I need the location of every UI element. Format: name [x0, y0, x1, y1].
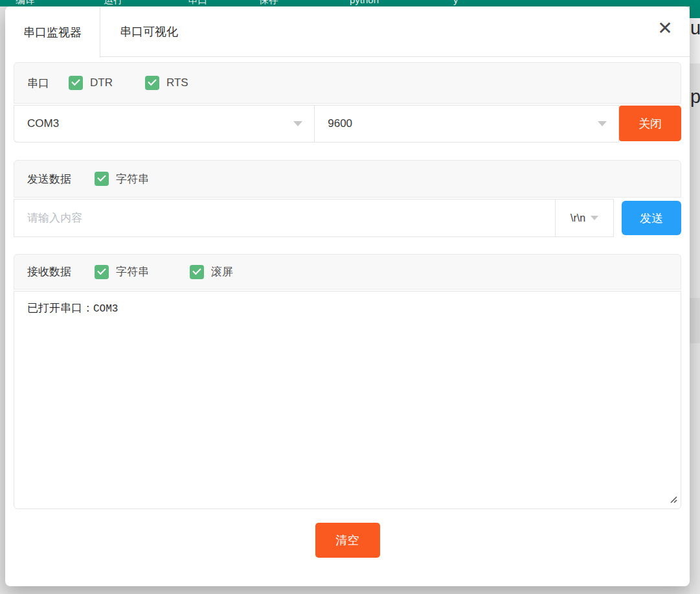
send-section-header: 发送数据 字符串 — [14, 160, 681, 198]
dtr-label: DTR — [90, 76, 113, 89]
chevron-down-icon — [598, 121, 607, 126]
serial-section-header: 串口 DTR RTS — [14, 62, 681, 104]
scroll-checkbox[interactable] — [190, 265, 204, 279]
send-string-label: 字符串 — [116, 172, 149, 187]
rts-checkbox[interactable] — [145, 76, 159, 90]
chevron-down-icon — [293, 121, 302, 126]
scroll-label: 滚屏 — [211, 264, 233, 279]
dtr-checkbox-group: DTR — [69, 76, 113, 90]
background-text-fragment: p — [690, 86, 700, 108]
toolbar-fragment: 运行 — [104, 0, 123, 6]
chevron-down-icon — [591, 216, 598, 220]
app-toolbar-clipped: 编译 运行 串口 保存 python y — [0, 0, 700, 6]
port-config-row: COM3 9600 关闭 — [14, 105, 681, 143]
receive-string-checkbox[interactable] — [95, 265, 109, 279]
port-select[interactable]: COM3 — [14, 105, 314, 143]
background-text-fragment: u — [690, 17, 700, 39]
line-ending-select[interactable]: \r\n — [555, 200, 613, 236]
background-teal-bar — [690, 0, 700, 18]
port-select-value: COM3 — [27, 117, 59, 130]
receive-output-area[interactable]: 已打开串口：COM3 — [14, 291, 681, 509]
send-section-title: 发送数据 — [27, 172, 71, 187]
send-string-checkbox[interactable] — [95, 172, 109, 186]
receive-string-label: 字符串 — [116, 264, 149, 279]
toolbar-fragment: 编译 — [16, 0, 35, 6]
background-dim-block — [690, 298, 700, 343]
port-close-button[interactable]: 关闭 — [619, 106, 681, 141]
baud-select[interactable]: 9600 — [314, 105, 619, 143]
send-button[interactable]: 发送 — [622, 201, 681, 235]
receive-section-title: 接收数据 — [27, 264, 71, 279]
serial-monitor-dialog: 串口监视器 串口可视化 ✕ 串口 DTR RTS COM3 9600 — [5, 6, 690, 586]
tab-serial-monitor[interactable]: 串口监视器 — [5, 6, 100, 58]
dialog-body: 串口 DTR RTS COM3 9600 关闭 发送数据 — [5, 57, 690, 558]
toolbar-fragment: 串口 — [188, 0, 207, 6]
send-input-box: \r\n — [14, 199, 614, 237]
clear-button[interactable]: 清空 — [315, 523, 380, 558]
toolbar-fragment: python — [350, 0, 379, 5]
background-page-strip: u p — [690, 0, 700, 594]
clear-button-row: 清空 — [14, 523, 681, 558]
baud-select-value: 9600 — [328, 117, 352, 130]
toolbar-fragment: 保存 — [259, 0, 278, 6]
tab-serial-visualization[interactable]: 串口可视化 — [100, 6, 216, 56]
receive-output-prefix: 已打开串口： — [27, 302, 93, 314]
line-ending-value: \r\n — [570, 212, 585, 224]
dtr-checkbox[interactable] — [69, 76, 83, 90]
rts-label: RTS — [166, 76, 188, 89]
receive-string-checkbox-group: 字符串 — [95, 264, 149, 279]
toolbar-fragment: y — [453, 0, 458, 5]
send-input[interactable] — [14, 200, 555, 236]
receive-section-header: 接收数据 字符串 滚屏 — [14, 254, 681, 290]
rts-checkbox-group: RTS — [145, 76, 188, 90]
dialog-tabbar: 串口监视器 串口可视化 ✕ — [5, 6, 690, 57]
send-string-checkbox-group: 字符串 — [95, 172, 149, 187]
serial-section-title: 串口 — [27, 76, 49, 91]
resize-handle-icon[interactable] — [669, 494, 677, 506]
receive-output-value: COM3 — [93, 303, 118, 315]
send-row: \r\n 发送 — [14, 199, 681, 237]
scroll-checkbox-group: 滚屏 — [190, 264, 233, 279]
close-icon[interactable]: ✕ — [653, 17, 677, 40]
